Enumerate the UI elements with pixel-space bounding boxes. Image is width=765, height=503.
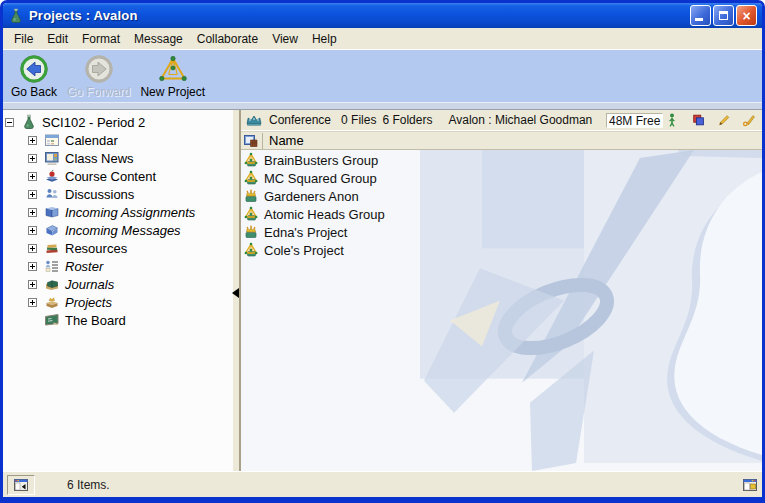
tree-item-label[interactable]: SCI102 - Period 2 bbox=[42, 115, 145, 130]
toolbar-subband bbox=[3, 102, 762, 110]
board-icon bbox=[44, 312, 60, 328]
window-title: Projects : Avalon bbox=[29, 8, 688, 23]
tree-item-label[interactable]: Roster bbox=[65, 259, 103, 274]
menu-format[interactable]: Format bbox=[75, 29, 127, 49]
tree-item-incoming-assignments[interactable]: Incoming Assignments bbox=[3, 203, 233, 221]
tree-item-sci102-period-2[interactable]: SCI102 - Period 2 bbox=[3, 113, 233, 131]
toolbar-label: Go Forward bbox=[67, 85, 130, 99]
status-left-cell[interactable] bbox=[7, 475, 35, 495]
menu-file[interactable]: File bbox=[7, 29, 40, 49]
panel-splitter[interactable] bbox=[233, 110, 241, 471]
title-bar[interactable]: Projects : Avalon × bbox=[3, 3, 762, 28]
expand-toggle[interactable] bbox=[28, 172, 37, 181]
tree-item-label[interactable]: Calendar bbox=[65, 133, 118, 148]
panel-toggle-left-icon[interactable] bbox=[13, 477, 29, 493]
tree-item-projects[interactable]: Projects bbox=[3, 293, 233, 311]
tree-item-journals[interactable]: Journals bbox=[3, 275, 233, 293]
header-action-icons bbox=[663, 112, 756, 128]
list-item-label[interactable]: Gardeners Anon bbox=[264, 189, 359, 204]
toolbar-go-back[interactable]: Go Back bbox=[11, 54, 57, 99]
expand-toggle[interactable] bbox=[28, 208, 37, 217]
toolbar-go-forward: Go Forward bbox=[67, 54, 130, 99]
collapse-arrow-icon[interactable] bbox=[232, 288, 239, 298]
maximize-button[interactable] bbox=[713, 5, 734, 26]
menu-help[interactable]: Help bbox=[305, 29, 344, 49]
incoming-assignments-icon bbox=[44, 204, 60, 220]
tree-item-label[interactable]: Course Content bbox=[65, 169, 156, 184]
status-right-cell[interactable] bbox=[734, 477, 758, 493]
tree-item-label[interactable]: Class News bbox=[65, 151, 134, 166]
project-pyramid-icon bbox=[243, 170, 259, 186]
tree-item-label[interactable]: Discussions bbox=[65, 187, 134, 202]
list-item-label[interactable]: Cole's Project bbox=[264, 243, 344, 258]
expand-toggle[interactable] bbox=[28, 226, 37, 235]
expand-toggle[interactable] bbox=[28, 136, 37, 145]
tree-item-label[interactable]: Incoming Assignments bbox=[65, 205, 195, 220]
project-pyramid-icon bbox=[243, 242, 259, 258]
list-item-label[interactable]: MC Squared Group bbox=[264, 171, 377, 186]
close-button[interactable]: × bbox=[736, 5, 757, 26]
toolbar-new-project[interactable]: New Project bbox=[140, 54, 205, 99]
status-text: 6 Items. bbox=[67, 478, 734, 492]
list-item-edna-s-project[interactable]: Edna's Project bbox=[241, 223, 762, 241]
project-crown-icon bbox=[243, 224, 259, 240]
tree-item-calendar[interactable]: Calendar bbox=[3, 131, 233, 149]
list-item-cole-s-project[interactable]: Cole's Project bbox=[241, 241, 762, 259]
expand-toggle[interactable] bbox=[28, 298, 37, 307]
list-item-label[interactable]: Edna's Project bbox=[264, 225, 347, 240]
expand-toggle[interactable] bbox=[28, 154, 37, 163]
tree-item-label[interactable]: Incoming Messages bbox=[65, 223, 181, 238]
tree-item-course-content[interactable]: Course Content bbox=[3, 167, 233, 185]
list-item-mc-squared-group[interactable]: MC Squared Group bbox=[241, 169, 762, 187]
conference-icon bbox=[245, 112, 263, 128]
folders-count: 6 Folders bbox=[382, 113, 432, 127]
list-item-brainbusters-group[interactable]: BrainBusters Group bbox=[241, 151, 762, 169]
expand-toggle[interactable] bbox=[28, 244, 37, 253]
conference-title: Conference bbox=[269, 113, 331, 127]
panel-toggle-right-icon[interactable] bbox=[742, 477, 758, 493]
tree-item-discussions[interactable]: Discussions bbox=[3, 185, 233, 203]
menu-view[interactable]: View bbox=[265, 29, 305, 49]
expand-toggle[interactable] bbox=[28, 190, 37, 199]
projects-icon bbox=[44, 294, 60, 310]
tree-item-roster[interactable]: Roster bbox=[3, 257, 233, 275]
menu-message[interactable]: Message bbox=[127, 29, 190, 49]
menu-edit[interactable]: Edit bbox=[40, 29, 75, 49]
tree-item-incoming-messages[interactable]: Incoming Messages bbox=[3, 221, 233, 239]
menu-bar: FileEditFormatMessageCollaborateViewHelp bbox=[3, 28, 762, 50]
tree-item-label[interactable]: Projects bbox=[65, 295, 112, 310]
list-item-label[interactable]: BrainBusters Group bbox=[264, 153, 378, 168]
layers-icon[interactable] bbox=[692, 112, 706, 128]
file-list: BrainBusters GroupMC Squared GroupGarden… bbox=[241, 150, 762, 471]
member-icon[interactable] bbox=[667, 112, 681, 128]
name-column-header[interactable]: Name bbox=[241, 131, 762, 150]
minimize-button[interactable] bbox=[690, 5, 711, 26]
menu-collaborate[interactable]: Collaborate bbox=[190, 29, 265, 49]
tree-item-label[interactable]: Journals bbox=[65, 277, 114, 292]
sidebar-tree: SCI102 - Period 2CalendarClass NewsCours… bbox=[3, 110, 233, 471]
project-crown-icon bbox=[243, 188, 259, 204]
tree-item-class-news[interactable]: Class News bbox=[3, 149, 233, 167]
tree-item-label[interactable]: Resources bbox=[65, 241, 127, 256]
list-item-label[interactable]: Atomic Heads Group bbox=[264, 207, 385, 222]
list-item-atomic-heads-group[interactable]: Atomic Heads Group bbox=[241, 205, 762, 223]
main-area: SCI102 - Period 2CalendarClass NewsCours… bbox=[3, 110, 762, 471]
expand-toggle[interactable] bbox=[28, 262, 37, 271]
discussions-icon bbox=[44, 186, 60, 202]
key-pencil-icon[interactable] bbox=[742, 112, 756, 128]
resources-icon bbox=[44, 240, 60, 256]
tree-item-label[interactable]: The Board bbox=[65, 313, 126, 328]
content-panel: Conference 0 Files 6 Folders Avalon : Mi… bbox=[241, 110, 762, 471]
flask-icon bbox=[8, 8, 24, 24]
collapse-toggle[interactable] bbox=[5, 118, 14, 127]
go-back-icon bbox=[19, 54, 49, 84]
tree-item-the-board[interactable]: The Board bbox=[3, 311, 233, 329]
pencil-icon[interactable] bbox=[717, 112, 731, 128]
go-forward-icon bbox=[84, 54, 114, 84]
toolbar-label: New Project bbox=[140, 85, 205, 99]
tree-item-resources[interactable]: Resources bbox=[3, 239, 233, 257]
list-item-gardeners-anon[interactable]: Gardeners Anon bbox=[241, 187, 762, 205]
incoming-messages-icon bbox=[44, 222, 60, 238]
app-window: Projects : Avalon × FileEditFormatMessag… bbox=[0, 0, 765, 503]
expand-toggle[interactable] bbox=[28, 280, 37, 289]
